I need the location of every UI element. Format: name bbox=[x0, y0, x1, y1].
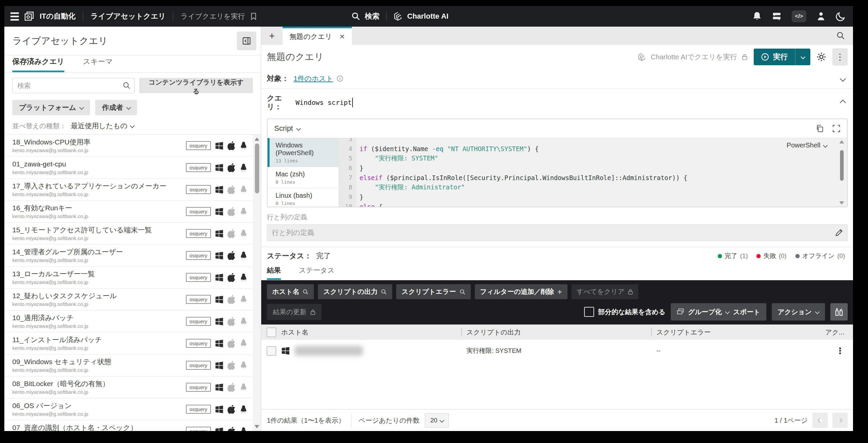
query-platforms: osquery bbox=[186, 141, 252, 150]
tab-schema[interactable]: スキーマ bbox=[83, 57, 113, 72]
charlotte-ai-label[interactable]: Charlotte AI bbox=[407, 12, 448, 21]
prev-page-button[interactable] bbox=[812, 413, 828, 428]
bookmark-icon[interactable] bbox=[250, 12, 257, 20]
per-page-select[interactable]: 20 bbox=[425, 413, 449, 428]
tab-search-icon[interactable] bbox=[836, 31, 845, 40]
list-item[interactable]: 08_BitLocker（暗号化の有無）kento.miyazawa@g.sof… bbox=[4, 376, 252, 399]
query-name-input[interactable]: Windows script bbox=[296, 98, 353, 107]
editor-language-dropdown[interactable]: PowerShell bbox=[787, 141, 827, 149]
next-page-button[interactable] bbox=[832, 413, 848, 428]
include-partial-results-checkbox[interactable]: 部分的な結果を含める bbox=[584, 307, 665, 317]
column-divider[interactable] bbox=[461, 328, 462, 337]
list-item[interactable]: 01_zawa-get-cpukento.miyazawa@g.softbank… bbox=[4, 157, 252, 179]
list-item[interactable]: 14_管理者グループ所属のユーザーkento.miyazawa@g.softba… bbox=[4, 245, 252, 267]
breadcrumb-nav-primary[interactable]: ライブアセットクエリ bbox=[91, 11, 165, 21]
scrollbar-thumb[interactable] bbox=[840, 150, 844, 181]
scroll-up-icon[interactable] bbox=[839, 140, 844, 143]
list-item[interactable]: 12_疑わしいタスクスケジュールkento.miyazawa@g.softban… bbox=[4, 288, 252, 310]
list-item[interactable]: 09_Windows セキュリティ状態kento.miyazawa@g.soft… bbox=[4, 354, 252, 376]
more-options-kebab[interactable]: ⋮ bbox=[832, 48, 848, 66]
row-actions-kebab[interactable]: ⋮ bbox=[836, 346, 844, 356]
collapse-panel-button[interactable] bbox=[237, 32, 256, 50]
notifications-bell-icon[interactable] bbox=[752, 11, 762, 21]
query-search-input[interactable] bbox=[12, 78, 135, 93]
show-content-library-button[interactable]: コンテンツライブラリを表示する bbox=[139, 78, 253, 93]
collapse-target-chevron[interactable] bbox=[840, 75, 846, 81]
query-text: 06_OS バージョンkento.miyazawa@g.softbank.co.… bbox=[12, 402, 88, 416]
col-hostname[interactable]: ホスト名 bbox=[281, 328, 308, 337]
column-picker-icon[interactable] bbox=[830, 303, 848, 320]
lang-windows-powershell[interactable]: Windows (PowerShell) 13 lines bbox=[268, 138, 339, 167]
search-icon bbox=[123, 81, 131, 90]
settings-gear-icon[interactable] bbox=[816, 52, 826, 62]
list-item[interactable]: 18_Windows-CPU使用率kento.miyazawa@g.softba… bbox=[4, 135, 252, 157]
global-search-label[interactable]: 検索 bbox=[365, 11, 379, 21]
clear-all-filters-chip[interactable]: すべてをクリア bbox=[571, 284, 639, 299]
user-profile-icon[interactable] bbox=[816, 11, 826, 21]
charlotte-ai-icon[interactable] bbox=[393, 12, 403, 21]
lang-linux-bash[interactable]: Linux (bash) 0 lines bbox=[268, 189, 339, 207]
pencil-edit-icon[interactable] bbox=[835, 229, 843, 237]
tab-saved-queries[interactable]: 保存済みクエリ bbox=[12, 57, 64, 72]
filter-chip-script-output[interactable]: スクリプトの出力 bbox=[318, 284, 392, 299]
actions-dropdown-button[interactable]: アクション bbox=[772, 303, 825, 320]
script-type-dropdown[interactable]: Script bbox=[274, 124, 300, 133]
author-filter-dropdown[interactable]: 作成者 bbox=[95, 100, 137, 115]
tab-results[interactable]: 結果 bbox=[267, 266, 281, 280]
platform-filter-dropdown[interactable]: プラットフォーム bbox=[12, 100, 90, 115]
run-query-button[interactable]: 実行 bbox=[754, 48, 795, 65]
editor-scrollbar[interactable] bbox=[838, 139, 845, 205]
column-divider[interactable] bbox=[651, 328, 652, 337]
tab-untitled-query[interactable]: 無題のクエリ ✕ bbox=[283, 27, 352, 45]
breadcrumb-nav-secondary[interactable]: ライブクエリを実行 bbox=[181, 12, 245, 21]
refresh-results-button[interactable]: 結果の更新 bbox=[267, 304, 321, 320]
filter-chip-hostname[interactable]: ホスト名 bbox=[267, 284, 314, 299]
add-remove-filter-chip[interactable]: フィルターの追加／削除+ bbox=[475, 284, 567, 299]
charlotte-run-query[interactable]: Charlotte AIでクエリを実行 bbox=[638, 52, 748, 62]
breadcrumb-app-section[interactable]: ITの自動化 bbox=[40, 11, 75, 21]
collapse-query-chevron[interactable] bbox=[840, 100, 846, 105]
info-icon[interactable] bbox=[337, 75, 343, 82]
query-platforms: osquery bbox=[186, 229, 252, 238]
list-item[interactable]: 06_OS バージョンkento.miyazawa@g.softbank.co.… bbox=[4, 399, 252, 420]
list-item[interactable]: 11_インストール済みパッチkento.miyazawa@g.softbank.… bbox=[4, 333, 252, 354]
lang-mac-zsh[interactable]: Mac (zsh) 0 lines bbox=[268, 167, 339, 189]
redacted-hostname bbox=[294, 346, 363, 356]
checkbox[interactable] bbox=[584, 307, 594, 317]
dark-mode-moon-icon[interactable] bbox=[836, 11, 846, 21]
tab-status[interactable]: ステータス bbox=[299, 266, 335, 280]
scroll-up-icon[interactable] bbox=[254, 137, 259, 141]
close-tab-icon[interactable]: ✕ bbox=[340, 33, 345, 41]
col-script-output[interactable]: スクリプトの出力 bbox=[466, 328, 521, 337]
search-icon[interactable] bbox=[351, 12, 360, 21]
row-column-def-input[interactable] bbox=[267, 224, 848, 241]
list-item[interactable]: 16_有効なRunキーkento.miyazawa@g.softbank.co.… bbox=[4, 201, 252, 223]
col-script-error[interactable]: スクリプトエラー bbox=[656, 328, 711, 337]
expand-icon[interactable] bbox=[832, 125, 840, 133]
new-tab-button[interactable]: + bbox=[261, 27, 283, 45]
run-options-dropdown[interactable] bbox=[795, 48, 810, 65]
scroll-down-icon[interactable] bbox=[839, 201, 844, 205]
list-item[interactable]: 17_導入されているアプリケーションのメーカーkento.miyazawa@g.… bbox=[4, 179, 252, 201]
app-module-icon[interactable] bbox=[24, 11, 34, 21]
messages-icon[interactable] bbox=[772, 12, 782, 21]
list-item[interactable]: 13_ローカルユーザー一覧kento.miyazawa@g.softbank.c… bbox=[4, 267, 252, 288]
windows-icon bbox=[215, 273, 224, 282]
code-tools-icon[interactable]: </> bbox=[792, 10, 806, 22]
query-title: 08_BitLocker（暗号化の有無） bbox=[12, 380, 109, 388]
list-scrollbar[interactable] bbox=[253, 135, 261, 431]
scroll-down-icon[interactable] bbox=[254, 425, 259, 428]
sort-dropdown[interactable]: 最近使用したもの bbox=[71, 121, 134, 131]
hamburger-menu-icon[interactable] bbox=[10, 12, 19, 21]
filter-chip-script-error[interactable]: スクリプトエラー bbox=[396, 284, 470, 299]
target-hosts-link[interactable]: 1件のホスト bbox=[293, 74, 333, 83]
code-editor[interactable]: 34if ($identity.Name -eq "NT AUTHORITY\S… bbox=[339, 138, 847, 207]
row-checkbox[interactable] bbox=[267, 346, 276, 356]
group-by-export-button[interactable]: グループ化 スポート bbox=[671, 303, 766, 320]
select-all-checkbox[interactable] bbox=[267, 328, 276, 337]
list-item[interactable]: 07_資産の識別（ホスト名・スペック）kento.miyazawa@g.soft… bbox=[4, 420, 252, 431]
copy-icon[interactable] bbox=[816, 125, 824, 133]
scrollbar-thumb[interactable] bbox=[255, 143, 259, 193]
list-item[interactable]: 15_リモートアクセス許可している端末一覧kento.miyazawa@g.so… bbox=[4, 223, 252, 245]
list-item[interactable]: 10_適用済みパッチkento.miyazawa@g.softbank.co.j… bbox=[4, 310, 252, 333]
